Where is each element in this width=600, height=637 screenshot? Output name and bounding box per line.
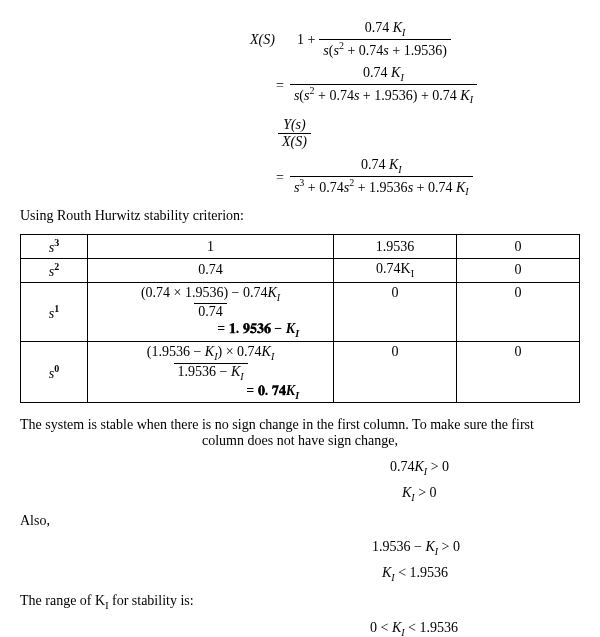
routh-table: s3 1 1.9536 0 s2 0.74 0.74KI 0 s1 (0.74 …: [20, 234, 580, 403]
eq3-fraction: Y(s) X(S): [278, 117, 311, 152]
condition-1: 0.74KI > 0: [390, 459, 580, 477]
table-cell-fraction: (1.9536 − KI) × 0.74KI 1.9536 − KI = 𝟎. …: [88, 342, 334, 403]
table-cell: 0.74: [88, 259, 334, 283]
routh-power-s3: s3: [21, 235, 88, 259]
table-row: s2 0.74 0.74KI 0: [21, 259, 580, 283]
table-cell: 0.74KI: [334, 259, 457, 283]
condition-4: KI < 1.9536: [382, 565, 580, 583]
stability-text-1: The system is stable when there is no si…: [20, 417, 580, 433]
routh-power-s0: s0: [21, 342, 88, 403]
table-row: s3 1 1.9536 0: [21, 235, 580, 259]
equation-block-4: = 0.74 KI s3 + 0.74s2 + 1.9536s + 0.74 K…: [270, 157, 580, 198]
table-cell: 0: [457, 282, 580, 341]
condition-3: 1.9536 − KI > 0: [372, 539, 580, 557]
table-cell: 0: [457, 259, 580, 283]
table-cell: 0: [334, 342, 457, 403]
routh-intro-text: Using Routh Hurwitz stability criterion:: [20, 208, 580, 224]
routh-power-s1: s1: [21, 282, 88, 341]
range-text: The range of KI for stability is:: [20, 593, 580, 611]
table-cell: 0: [457, 235, 580, 259]
table-row: s0 (1.9536 − KI) × 0.74KI 1.9536 − KI = …: [21, 342, 580, 403]
table-cell-fraction: (0.74 × 1.9536) − 0.74KI 0.74 = 𝟏. 𝟗𝟓𝟑𝟔 …: [88, 282, 334, 341]
equation-block-3: Y(s) X(S): [278, 117, 580, 152]
eq4-fraction: 0.74 KI s3 + 0.74s2 + 1.9536s + 0.74 KI: [290, 157, 473, 198]
eq1-lhs: X(S): [250, 32, 275, 48]
table-cell: 0: [334, 282, 457, 341]
routh-power-s2: s2: [21, 259, 88, 283]
eq1-fraction: 0.74 KI s(s2 + 0.74s + 1.9536): [319, 20, 451, 59]
condition-2: KI > 0: [402, 485, 580, 503]
eq1-rhs-prefix: 1 +: [297, 32, 315, 48]
stability-text-2: column does not have sign change,: [20, 433, 580, 449]
eq2-fraction: 0.74 KI s(s2 + 0.74s + 1.9536) + 0.74 KI: [290, 65, 477, 106]
equals-sign: =: [270, 78, 290, 94]
equation-block-1: X(S) 1 + 0.74 KI s(s2 + 0.74s + 1.9536): [250, 20, 580, 59]
also-text: Also,: [20, 513, 580, 529]
final-condition: 0 < KI < 1.9536: [370, 620, 580, 637]
table-cell: 1: [88, 235, 334, 259]
equals-sign-2: =: [270, 170, 290, 186]
table-cell: 0: [457, 342, 580, 403]
equation-block-2: = 0.74 KI s(s2 + 0.74s + 1.9536) + 0.74 …: [270, 65, 580, 106]
table-row: s1 (0.74 × 1.9536) − 0.74KI 0.74 = 𝟏. 𝟗𝟓…: [21, 282, 580, 341]
table-cell: 1.9536: [334, 235, 457, 259]
